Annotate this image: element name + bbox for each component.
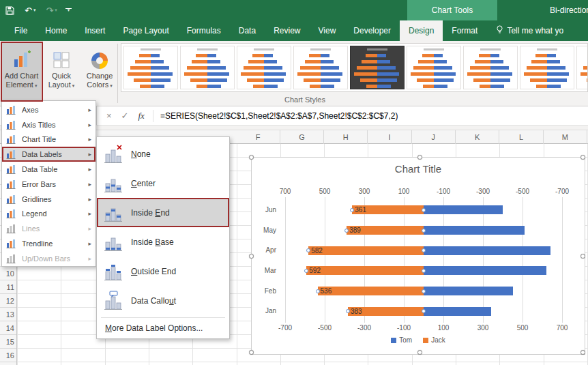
chart-selection-handle[interactable]	[580, 155, 585, 160]
bar-tom-jan[interactable]	[424, 307, 491, 316]
bar-tom-may[interactable]	[424, 226, 525, 235]
tab-design[interactable]: Design	[400, 20, 443, 41]
bar-tom-mar[interactable]	[424, 266, 546, 275]
data-label-mar: 592	[309, 266, 321, 275]
insert-function-icon[interactable]: fx	[138, 111, 145, 121]
chart-style-thumbnail[interactable]	[350, 46, 405, 89]
chart-selection-handle[interactable]	[580, 254, 585, 259]
series-selection-handle[interactable]	[422, 208, 426, 212]
row-header-14[interactable]: 14	[0, 321, 16, 335]
submenu-item-data-callout[interactable]: Data Callout	[97, 286, 229, 315]
menu-item-data-table[interactable]: Data Table▸	[2, 162, 95, 177]
submenu-item-none[interactable]: None	[97, 139, 229, 169]
chart-style-thumbnail[interactable]	[123, 46, 178, 89]
row-header-11[interactable]: 11	[0, 280, 16, 294]
chart-legend[interactable]: TomJack	[252, 336, 585, 344]
series-selection-handle[interactable]	[422, 289, 426, 293]
series-selection-handle[interactable]	[316, 289, 320, 293]
axis-top-tick: -300	[468, 188, 498, 195]
chart-styles-gallery	[121, 43, 588, 92]
tab-formulas[interactable]: Formulas	[178, 20, 230, 41]
bar-jack-apr[interactable]	[308, 246, 424, 255]
submenu-item-inside-end[interactable]: Inside End	[97, 198, 229, 227]
axis-bottom-tick: -100	[389, 324, 419, 332]
chart-style-thumbnail[interactable]	[180, 46, 235, 89]
formula-input[interactable]: =SERIES(Sheet2!$C$1,Sheet2!$A$2:$A$7,She…	[160, 111, 398, 121]
tab-format[interactable]: Format	[443, 20, 486, 41]
bar-tom-feb[interactable]	[424, 287, 513, 295]
quick-layout-button[interactable]: Quick Layout▾	[44, 43, 79, 100]
row-header-10[interactable]: 10	[0, 267, 16, 280]
column-header-l[interactable]: L	[499, 130, 543, 144]
customize-qat-icon[interactable]: ▾	[68, 8, 70, 12]
chart-selection-handle[interactable]	[580, 350, 585, 355]
series-selection-handle[interactable]	[422, 229, 426, 233]
column-header-g[interactable]: G	[280, 130, 324, 144]
tab-page-layout[interactable]: Page Layout	[114, 20, 177, 41]
submenu-item-outside-end[interactable]: Outside End	[97, 257, 229, 286]
chart-style-thumbnail[interactable]	[407, 46, 461, 89]
embedded-chart[interactable]: Chart Title 700500300100-100-300-500-700…	[251, 157, 585, 355]
tab-insert[interactable]: Insert	[76, 20, 114, 41]
column-header-h[interactable]: H	[324, 130, 368, 144]
enter-icon[interactable]: ✓	[121, 111, 129, 121]
series-selection-handle[interactable]	[422, 269, 426, 273]
tab-home[interactable]: Home	[36, 20, 76, 41]
titlebar: ↶▾ ↷▾ ▾ Chart Tools Bi-directional	[0, 0, 588, 20]
menu-item-trendline[interactable]: Trendline▸	[2, 236, 95, 251]
column-header-k[interactable]: K	[456, 130, 499, 144]
menu-item-axes[interactable]: Axes▸	[2, 102, 95, 117]
category-label-jan: Jan	[256, 307, 276, 315]
tab-developer[interactable]: Developer	[344, 20, 400, 41]
bar-jack-feb[interactable]	[318, 287, 424, 295]
chart-style-thumbnail[interactable]	[576, 46, 588, 89]
menu-item-chart-title[interactable]: Chart Title▸	[2, 132, 95, 147]
submenu-item-inside-base[interactable]: Inside Base	[97, 227, 229, 257]
axis-bottom-tick: 300	[468, 324, 498, 332]
add-chart-element-button[interactable]: Add Chart Element▾	[2, 43, 41, 100]
bar-jack-mar[interactable]	[306, 266, 424, 275]
quick-layout-label-1: Quick	[52, 72, 71, 81]
chart-tools-label: Chart Tools	[407, 0, 497, 20]
tab-review[interactable]: Review	[265, 20, 309, 41]
chart-selection-handle[interactable]	[249, 254, 254, 259]
save-icon[interactable]	[5, 6, 14, 15]
chart-selection-handle[interactable]	[249, 155, 254, 160]
chart-style-thumbnail[interactable]	[520, 46, 574, 89]
tell-me-box[interactable]: Tell me what yo	[496, 20, 563, 41]
bar-tom-apr[interactable]	[424, 246, 550, 255]
legend-item-jack: Jack	[423, 336, 445, 344]
submenu-item-center[interactable]: Center	[97, 169, 229, 198]
change-colors-button[interactable]: Change Colors▾	[82, 43, 117, 100]
menu-item-data-labels[interactable]: Data Labels▸	[2, 147, 95, 162]
chart-style-thumbnail[interactable]	[463, 46, 518, 89]
chart-selection-handle[interactable]	[249, 350, 254, 355]
menu-item-legend[interactable]: Legend▸	[2, 207, 95, 222]
chart-selection-handle[interactable]	[417, 350, 422, 355]
column-header-i[interactable]: I	[368, 130, 411, 144]
column-header-m[interactable]: M	[544, 130, 587, 144]
row-header-16[interactable]: 16	[0, 349, 16, 362]
menu-item-axis-titles[interactable]: Axis Titles▸	[2, 117, 95, 132]
column-header-f[interactable]: F	[237, 130, 280, 144]
legend-item-tom: Tom	[391, 336, 412, 344]
row-header-15[interactable]: 15	[0, 335, 16, 349]
undo-button[interactable]: ↶▾	[25, 5, 35, 16]
chart-style-thumbnail[interactable]	[293, 46, 348, 89]
row-header-13[interactable]: 13	[0, 308, 16, 321]
workbook-title: Bi-directional	[550, 0, 588, 20]
dropdown-caret-icon: ▾	[72, 83, 75, 88]
series-selection-handle[interactable]	[344, 229, 349, 233]
tab-data[interactable]: Data	[230, 20, 265, 41]
tab-file[interactable]: File	[5, 20, 36, 41]
bar-tom-jun[interactable]	[424, 205, 503, 214]
chart-selection-handle[interactable]	[417, 155, 422, 160]
menu-item-error-bars[interactable]: Error Bars▸	[2, 177, 95, 192]
cancel-icon[interactable]: ×	[106, 111, 112, 121]
column-header-j[interactable]: J	[412, 130, 456, 144]
row-header-12[interactable]: 12	[0, 294, 16, 308]
tab-view[interactable]: View	[310, 20, 345, 41]
menu-item-gridlines[interactable]: Gridlines▸	[2, 192, 95, 207]
chart-style-thumbnail[interactable]	[237, 46, 291, 89]
submenu-item-more-data-label-options[interactable]: More Data Label Options...	[97, 320, 229, 336]
